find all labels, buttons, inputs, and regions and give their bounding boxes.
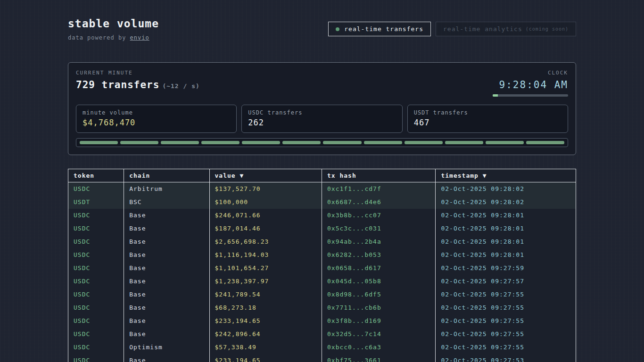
cell-tx-hash[interactable]: 0xc1f1...cd7f bbox=[322, 182, 435, 196]
cell-timestamp: 02-Oct-2025 09:28:01 bbox=[436, 209, 576, 222]
volume-segment bbox=[526, 141, 564, 144]
cell-token: USDC bbox=[68, 235, 124, 248]
cell-value: $2,656,698.23 bbox=[209, 235, 322, 248]
cell-value: $246,071.66 bbox=[209, 209, 322, 222]
stat-boxes: minute volume$4,768,470USDC transfers262… bbox=[76, 105, 568, 133]
cell-token: USDC bbox=[68, 182, 124, 196]
subtitle: data powered by envio bbox=[68, 34, 159, 41]
cell-token: USDT bbox=[68, 196, 124, 209]
transfer-count-block: CURRENT MINUTE 729 transfers(~12 / s) bbox=[76, 70, 200, 90]
transfer-row: USDCBase$1,101,654.270x0658...d61702-Oct… bbox=[68, 262, 576, 275]
current-minute-panel: CURRENT MINUTE 729 transfers(~12 / s) CL… bbox=[68, 62, 576, 155]
cell-timestamp: 02-Oct-2025 09:27:53 bbox=[436, 354, 576, 362]
cell-timestamp: 02-Oct-2025 09:28:02 bbox=[436, 196, 576, 209]
cell-timestamp: 02-Oct-2025 09:28:01 bbox=[436, 248, 576, 262]
stat-box-label: USDC transfers bbox=[248, 109, 396, 116]
panel-top-row: CURRENT MINUTE 729 transfers(~12 / s) CL… bbox=[76, 70, 568, 97]
cell-chain: Base bbox=[124, 275, 209, 288]
volume-segment bbox=[445, 141, 483, 144]
transfers-rate: (~12 / s) bbox=[162, 82, 199, 90]
cell-chain: BSC bbox=[124, 196, 209, 209]
volume-segment bbox=[242, 141, 280, 144]
current-minute-label: CURRENT MINUTE bbox=[76, 70, 200, 76]
cell-chain: Base bbox=[124, 222, 209, 235]
tab-analytics-coming-soon: (coming soon) bbox=[526, 26, 569, 32]
cell-tx-hash[interactable]: 0x045d...05b8 bbox=[322, 275, 435, 288]
clock-label: CLOCK bbox=[493, 70, 568, 76]
cell-tx-hash[interactable]: 0x94ab...2b4a bbox=[322, 235, 435, 248]
cell-tx-hash[interactable]: 0x6687...d4e6 bbox=[322, 196, 435, 209]
cell-timestamp: 02-Oct-2025 09:28:01 bbox=[436, 222, 576, 235]
table-header-row: tokenchainvalue ▼tx hashtimestamp ▼ bbox=[68, 169, 576, 182]
cell-value: $57,338.49 bbox=[209, 341, 322, 354]
cell-tx-hash[interactable]: 0x6282...b053 bbox=[322, 248, 435, 262]
volume-segment bbox=[405, 141, 443, 144]
cell-chain: Base bbox=[124, 235, 209, 248]
transfers-count: 729 transfers(~12 / s) bbox=[76, 79, 200, 90]
cell-chain: Base bbox=[124, 248, 209, 262]
cell-timestamp: 02-Oct-2025 09:27:55 bbox=[436, 301, 576, 314]
volume-segment bbox=[120, 141, 158, 144]
transfer-row: USDCBase$233,194.650x3f8b...d16902-Oct-2… bbox=[68, 314, 576, 328]
cell-value: $137,527.70 bbox=[209, 182, 322, 196]
column-header-tx-hash: tx hash bbox=[322, 169, 435, 182]
tab-realtime-analytics[interactable]: real-time analytics (coming soon) bbox=[436, 22, 576, 36]
transfer-row: USDCBase$187,014.460x5c3c...c03102-Oct-2… bbox=[68, 222, 576, 235]
minute-progress-bar bbox=[493, 94, 568, 97]
cell-token: USDC bbox=[68, 301, 124, 314]
column-header-value[interactable]: value ▼ bbox=[209, 169, 322, 182]
cell-tx-hash[interactable]: 0x3b8b...cc07 bbox=[322, 209, 435, 222]
cell-tx-hash[interactable]: 0x7711...cb6b bbox=[322, 301, 435, 314]
cell-timestamp: 02-Oct-2025 09:27:55 bbox=[436, 314, 576, 328]
clock-block: CLOCK 9:28:04 AM bbox=[493, 70, 568, 97]
stat-box-usdt-transfers: USDT transfers467 bbox=[407, 105, 568, 133]
tab-realtime-transfers[interactable]: real-time transfers bbox=[328, 22, 431, 36]
page-title: stable volume bbox=[68, 17, 159, 30]
transfer-row: USDCBase$68,273.180x7711...cb6b02-Oct-20… bbox=[68, 301, 576, 314]
cell-token: USDC bbox=[68, 209, 124, 222]
volume-segment-bar bbox=[76, 138, 568, 147]
cell-timestamp: 02-Oct-2025 09:28:01 bbox=[436, 235, 576, 248]
cell-tx-hash[interactable]: 0x3f8b...d169 bbox=[322, 314, 435, 328]
cell-value: $100,000 bbox=[209, 196, 322, 209]
cell-timestamp: 02-Oct-2025 09:27:55 bbox=[436, 328, 576, 341]
cell-chain: Base bbox=[124, 262, 209, 275]
cell-tx-hash[interactable]: 0xbf75...3661 bbox=[322, 354, 435, 362]
cell-value: $233,194.65 bbox=[209, 314, 322, 328]
clock-time: 9:28:04 AM bbox=[493, 79, 568, 90]
cell-tx-hash[interactable]: 0xbcc0...c6a3 bbox=[322, 341, 435, 354]
tab-analytics-label: real-time analytics bbox=[443, 25, 522, 33]
cell-tx-hash[interactable]: 0x8d98...6df5 bbox=[322, 288, 435, 301]
cell-value: $1,101,654.27 bbox=[209, 262, 322, 275]
cell-chain: Base bbox=[124, 354, 209, 362]
cell-token: USDC bbox=[68, 275, 124, 288]
cell-value: $1,116,194.03 bbox=[209, 248, 322, 262]
stat-box-value: 262 bbox=[248, 118, 396, 127]
cell-chain: Arbitrum bbox=[124, 182, 209, 196]
cell-token: USDC bbox=[68, 328, 124, 341]
transfer-row: USDCBase$241,789.540x8d98...6df502-Oct-2… bbox=[68, 288, 576, 301]
stat-box-minute-volume: minute volume$4,768,470 bbox=[76, 105, 237, 133]
envio-link[interactable]: envio bbox=[130, 34, 149, 41]
cell-tx-hash[interactable]: 0x0658...d617 bbox=[322, 262, 435, 275]
transfers-table: tokenchainvalue ▼tx hashtimestamp ▼ USDC… bbox=[68, 169, 576, 362]
tab-transfers-label: real-time transfers bbox=[344, 25, 423, 33]
cell-tx-hash[interactable]: 0x5c3c...c031 bbox=[322, 222, 435, 235]
column-header-chain: chain bbox=[124, 169, 209, 182]
transfers-count-value: 729 transfers bbox=[76, 79, 159, 90]
cell-tx-hash[interactable]: 0x32d5...7c14 bbox=[322, 328, 435, 341]
transfer-row: USDTBSC$100,0000x6687...d4e602-Oct-2025 … bbox=[68, 196, 576, 209]
column-header-timestamp[interactable]: timestamp ▼ bbox=[436, 169, 576, 182]
cell-value: $242,896.64 bbox=[209, 328, 322, 341]
page: stable volume data powered by envio real… bbox=[0, 0, 644, 362]
cell-value: $68,273.18 bbox=[209, 301, 322, 314]
transfer-row: USDCBase$2,656,698.230x94ab...2b4a02-Oct… bbox=[68, 235, 576, 248]
brand-block: stable volume data powered by envio bbox=[68, 17, 159, 41]
cell-token: USDC bbox=[68, 262, 124, 275]
cell-token: USDC bbox=[68, 354, 124, 362]
cell-timestamp: 02-Oct-2025 09:27:59 bbox=[436, 262, 576, 275]
cell-value: $187,014.46 bbox=[209, 222, 322, 235]
cell-chain: Base bbox=[124, 209, 209, 222]
cell-timestamp: 02-Oct-2025 09:27:55 bbox=[436, 341, 576, 354]
volume-segment bbox=[201, 141, 239, 144]
